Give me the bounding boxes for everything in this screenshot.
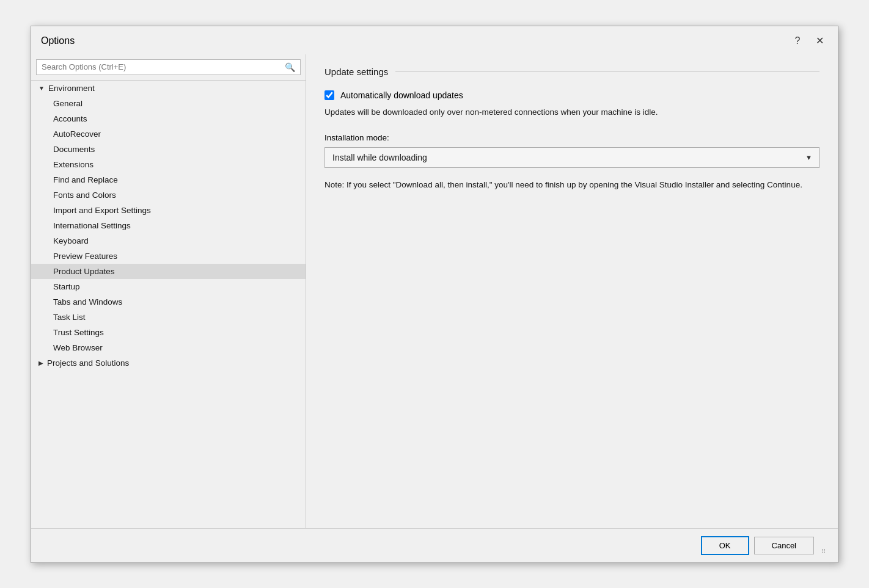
dialog-footer: OK Cancel ⠿ [31, 528, 838, 562]
tree-label: AutoRecover [53, 129, 101, 139]
search-input-wrap: 🔍 [36, 59, 301, 75]
tree-label: Find and Replace [53, 175, 118, 184]
ok-button[interactable]: OK [701, 536, 749, 555]
section-divider [395, 71, 820, 72]
options-dialog: Options ? ✕ 🔍 ▼ Environment [31, 26, 838, 563]
tree-item-accounts[interactable]: Accounts [31, 111, 306, 126]
section-title: Update settings [324, 67, 388, 77]
tree-item-tabs-windows[interactable]: Tabs and Windows [31, 294, 306, 310]
tree-label: Documents [53, 145, 95, 154]
search-input[interactable] [42, 62, 285, 71]
install-select-wrap: Install while downloading Download all, … [324, 147, 820, 168]
cancel-button[interactable]: Cancel [754, 537, 814, 554]
tree-item-international[interactable]: International Settings [31, 218, 306, 233]
tree-item-web-browser[interactable]: Web Browser [31, 340, 306, 355]
tree-item-find-replace[interactable]: Find and Replace [31, 172, 306, 187]
left-panel: 🔍 ▼ Environment General Accounts AutoRec… [31, 54, 306, 528]
section-header: Update settings [324, 67, 820, 77]
tree-item-import-export[interactable]: Import and Export Settings [31, 203, 306, 218]
tree-item-preview-features[interactable]: Preview Features [31, 249, 306, 264]
note-text: Note: If you select "Download all, then … [324, 179, 820, 191]
tree-item-environment[interactable]: ▼ Environment [31, 81, 306, 96]
tree-label: Web Browser [53, 343, 103, 352]
search-box: 🔍 [31, 54, 306, 81]
tree-label: Task List [53, 313, 86, 322]
tree-item-autorecover[interactable]: AutoRecover [31, 126, 306, 142]
tree-label: General [53, 99, 82, 108]
tree-label: International Settings [53, 221, 131, 230]
titlebar: Options ? ✕ [31, 26, 838, 54]
tree-item-documents[interactable]: Documents [31, 142, 306, 157]
tree-item-product-updates[interactable]: Product Updates [31, 264, 306, 279]
tree-label: Extensions [53, 160, 94, 169]
tree-label-projects: Projects and Solutions [47, 358, 129, 368]
install-mode-label: Installation mode: [324, 133, 820, 142]
tree-item-fonts-colors[interactable]: Fonts and Colors [31, 187, 306, 203]
update-desc-text: Updates will be downloaded only over non… [324, 106, 820, 118]
expand-arrow-projects: ▶ [38, 360, 43, 366]
tree-area[interactable]: ▼ Environment General Accounts AutoRecov… [31, 81, 306, 528]
auto-download-row: Automatically download updates [324, 90, 820, 100]
dialog-body: 🔍 ▼ Environment General Accounts AutoRec… [31, 54, 838, 528]
tree-item-trust-settings[interactable]: Trust Settings [31, 325, 306, 340]
close-button[interactable]: ✕ [811, 32, 828, 49]
tree-label: Import and Export Settings [53, 206, 151, 215]
titlebar-controls: ? ✕ [789, 32, 828, 49]
tree-item-task-list[interactable]: Task List [31, 310, 306, 325]
help-button[interactable]: ? [789, 32, 806, 49]
right-panel: Update settings Automatically download u… [306, 54, 838, 528]
expand-arrow: ▼ [38, 85, 45, 92]
install-mode-select[interactable]: Install while downloading Download all, … [324, 147, 820, 168]
tree-label: Trust Settings [53, 328, 104, 337]
tree-label: Accounts [53, 114, 87, 123]
tree-item-startup[interactable]: Startup [31, 279, 306, 294]
tree-label: Startup [53, 282, 80, 291]
dialog-title: Options [41, 35, 75, 46]
tree-label: Preview Features [53, 252, 117, 261]
tree-item-extensions[interactable]: Extensions [31, 157, 306, 172]
tree-item-keyboard[interactable]: Keyboard [31, 233, 306, 249]
tree-item-general[interactable]: General [31, 96, 306, 111]
auto-download-label: Automatically download updates [340, 90, 463, 100]
auto-download-checkbox[interactable] [324, 90, 334, 100]
tree-label: Tabs and Windows [53, 297, 122, 307]
resize-grip-icon: ⠿ [821, 548, 826, 555]
tree-label-environment: Environment [48, 84, 95, 93]
tree-item-projects-solutions[interactable]: ▶ Projects and Solutions [31, 355, 306, 371]
tree-label: Product Updates [53, 267, 115, 276]
tree-label: Keyboard [53, 236, 89, 245]
search-icon: 🔍 [285, 62, 295, 72]
tree-label: Fonts and Colors [53, 191, 116, 200]
